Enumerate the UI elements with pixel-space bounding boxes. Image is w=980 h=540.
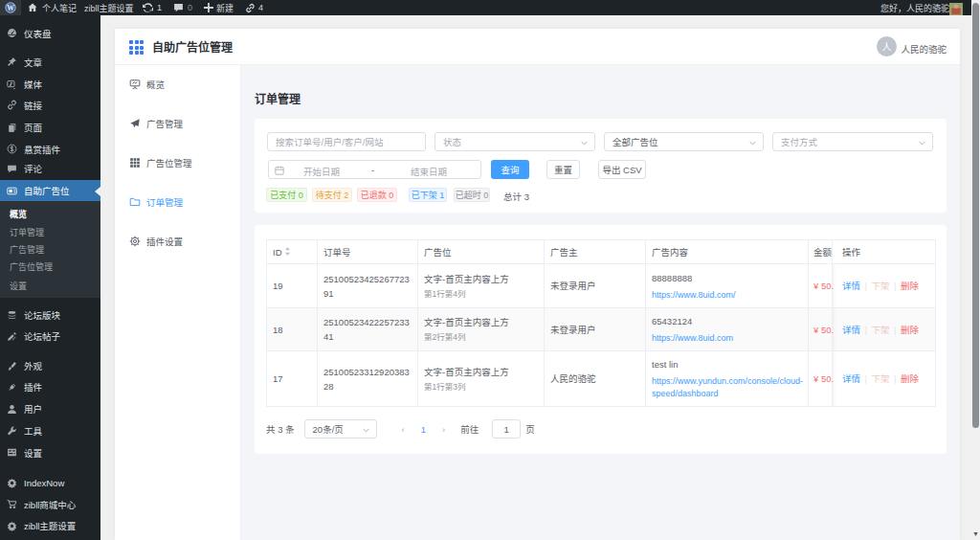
svg-text:W: W xyxy=(7,4,14,12)
